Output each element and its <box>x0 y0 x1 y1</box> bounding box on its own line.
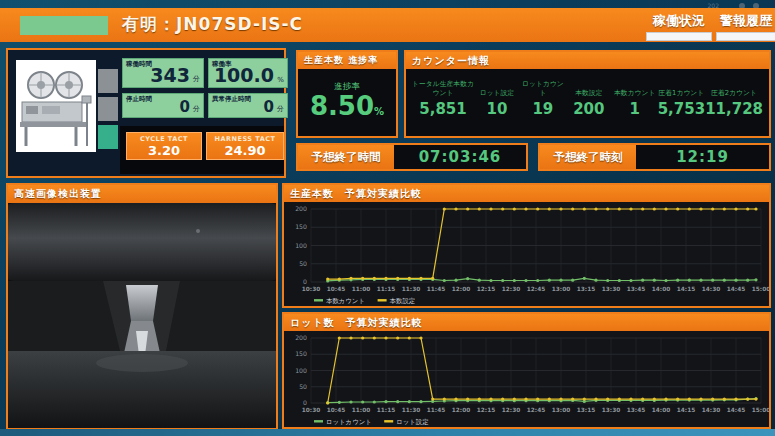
harness-tact-value: 24.90 <box>207 143 283 158</box>
stat-operating-time: 稼働時間 343 分 <box>122 58 204 88</box>
machine-photo <box>16 60 96 152</box>
production-chart-title: 生産本数 予算対実績比較 <box>284 185 769 202</box>
svg-text:200: 200 <box>295 334 307 341</box>
svg-text:10:45: 10:45 <box>327 407 345 413</box>
harness-tact-label: HARNESS TACT <box>207 135 283 143</box>
progress-value: 8.50% <box>298 93 396 120</box>
alarm-history-button[interactable]: 警報履歴 <box>716 12 775 42</box>
svg-text:14:30: 14:30 <box>702 407 720 413</box>
lot-chart-title: ロット数 予算対実績比較 <box>284 314 769 331</box>
button-underline <box>716 32 775 41</box>
svg-text:11:00: 11:00 <box>352 407 370 413</box>
forecast-end-time: 予想終了時刻 12:19 <box>538 143 771 171</box>
svg-text:14:30: 14:30 <box>702 286 720 292</box>
counter-label: ロットカウント <box>520 79 566 97</box>
button-underline <box>646 32 712 41</box>
svg-text:12:45: 12:45 <box>527 407 545 413</box>
forecast-end-value: 12:19 <box>636 145 769 169</box>
counter-panel-title: カウンター情報 <box>406 52 769 69</box>
page-title: 有明：JN07SD-IS-C <box>122 13 303 36</box>
status-square-gray-2 <box>98 97 118 121</box>
counter-lot-setting: ロット設定 10 <box>474 79 520 118</box>
dashboard-screen: 202 有明：JN07SD-IS-C 稼働状況 警報履歴 <box>0 0 775 436</box>
svg-text:11:15: 11:15 <box>377 286 395 292</box>
svg-text:13:30: 13:30 <box>602 407 620 413</box>
svg-text:50: 50 <box>299 383 307 390</box>
progress-number: 8.50 <box>310 91 374 121</box>
svg-text:12:30: 12:30 <box>502 286 520 292</box>
counter-total-production: トータル生産本数カウント 5,851 <box>412 79 474 118</box>
stat-label: 異常停止時間 <box>212 95 251 104</box>
svg-text:12:00: 12:00 <box>452 407 470 413</box>
production-chart-panel: 生産本数 予算対実績比較 10:3010:4511:0011:1511:3011… <box>282 183 771 308</box>
counter-label: 圧着2カウント <box>705 79 763 97</box>
bottom-strip <box>0 429 775 436</box>
svg-text:200: 200 <box>295 205 307 212</box>
counter-label: トータル生産本数カウント <box>412 79 474 97</box>
svg-text:14:15: 14:15 <box>677 286 695 292</box>
svg-text:0: 0 <box>303 399 307 406</box>
forecast-end-label: 予想終了時刻 <box>540 145 636 169</box>
stat-value: 0 <box>180 98 190 116</box>
svg-text:11:30: 11:30 <box>402 286 420 292</box>
cycle-tact-label: CYCLE TACT <box>127 135 201 143</box>
operation-status-label: 稼働状況 <box>646 12 712 30</box>
svg-text:ロット設定: ロット設定 <box>396 418 428 426</box>
counter-panel: カウンター情報 トータル生産本数カウント 5,851 ロット設定 10 ロットカ… <box>404 50 771 138</box>
counter-value: 5,753 <box>658 100 705 118</box>
svg-text:ロットカウント: ロットカウント <box>326 418 372 426</box>
stat-value: 100.0 <box>214 64 274 86</box>
svg-text:13:45: 13:45 <box>627 407 645 413</box>
alarm-history-label: 警報履歴 <box>716 12 775 30</box>
svg-text:14:45: 14:45 <box>727 286 745 292</box>
cycle-tact-value: 3.20 <box>127 143 201 158</box>
counter-value: 200 <box>566 100 612 118</box>
svg-text:12:30: 12:30 <box>502 407 520 413</box>
camera-image <box>8 203 276 428</box>
svg-text:12:15: 12:15 <box>477 407 495 413</box>
camera-panel: 高速画像検出装置 <box>6 183 278 430</box>
status-square-gray-1 <box>98 69 118 93</box>
stat-abnormal-stop-time: 異常停止時間 0 分 <box>208 93 288 118</box>
svg-text:12:45: 12:45 <box>527 286 545 292</box>
svg-text:0: 0 <box>303 278 307 285</box>
svg-text:14:00: 14:00 <box>652 407 670 413</box>
counter-value: 5,851 <box>412 100 474 118</box>
svg-text:11:15: 11:15 <box>377 407 395 413</box>
svg-text:11:00: 11:00 <box>352 286 370 292</box>
svg-text:10:30: 10:30 <box>302 407 320 413</box>
svg-text:100: 100 <box>295 242 307 249</box>
progress-panel-title: 生産本数 進捗率 <box>298 52 396 69</box>
svg-text:150: 150 <box>295 223 307 230</box>
stat-unit: % <box>277 76 284 84</box>
operation-status-button[interactable]: 稼働状況 <box>646 12 712 42</box>
counter-value: 1 <box>612 100 658 118</box>
stat-operating-rate: 稼働率 100.0 % <box>208 58 288 88</box>
cycle-tact-box: CYCLE TACT 3.20 <box>126 132 202 160</box>
svg-text:100: 100 <box>295 367 307 374</box>
progress-body: 進捗率 8.50% <box>298 81 396 146</box>
svg-text:13:00: 13:00 <box>552 407 570 413</box>
camera-panel-title: 高速画像検出装置 <box>8 185 276 203</box>
counter-label: 本数設定 <box>566 79 612 97</box>
counter-piece-setting: 本数設定 200 <box>566 79 612 118</box>
progress-unit: % <box>374 106 384 117</box>
svg-text:10:45: 10:45 <box>327 286 345 292</box>
svg-text:13:15: 13:15 <box>577 407 595 413</box>
svg-text:11:45: 11:45 <box>427 407 445 413</box>
svg-text:11:45: 11:45 <box>427 286 445 292</box>
status-square-teal <box>98 125 118 149</box>
svg-text:13:00: 13:00 <box>552 286 570 292</box>
svg-text:12:15: 12:15 <box>477 286 495 292</box>
svg-text:15:00: 15:00 <box>752 407 769 413</box>
production-chart: 10:3010:4511:0011:1511:3011:4512:0012:15… <box>284 202 769 306</box>
svg-text:本数設定: 本数設定 <box>390 297 416 305</box>
redacted-logo-block <box>20 16 108 35</box>
svg-text:13:15: 13:15 <box>577 286 595 292</box>
svg-text:150: 150 <box>295 350 307 357</box>
machine-status-panel: 稼働時間 343 分 稼働率 100.0 % 停止時間 0 分 異常停止時間 0… <box>6 48 286 178</box>
svg-text:10:30: 10:30 <box>302 286 320 292</box>
counter-crimp1-count: 圧着1カウント 5,753 <box>658 79 705 118</box>
counter-value: 19 <box>520 100 566 118</box>
svg-text:13:45: 13:45 <box>627 286 645 292</box>
